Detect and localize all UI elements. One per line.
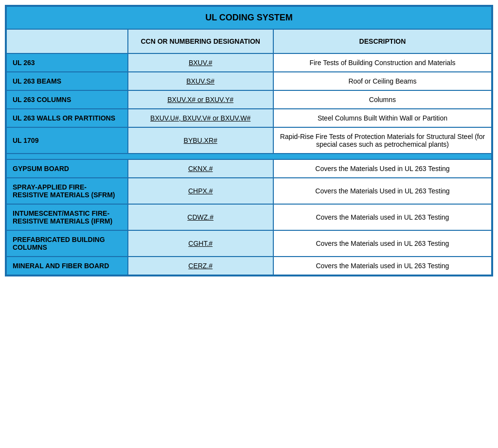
- ul-coding-table: UL CODING SYSTEM CCN OR NUMBERING DESIGN…: [6, 6, 492, 276]
- main-table-container: UL CODING SYSTEM CCN OR NUMBERING DESIGN…: [5, 5, 493, 276]
- row-label: UL 263 BEAMS: [6, 72, 128, 90]
- row-description: Columns: [273, 90, 492, 109]
- row-ccn: CDWZ.#: [128, 204, 273, 230]
- row-label: UL 1709: [6, 127, 128, 154]
- table-row: UL 263 BXUV.# Fire Tests of Building Con…: [6, 53, 492, 72]
- table-row: UL 1709 BYBU.XR# Rapid-Rise Fire Tests o…: [6, 127, 492, 154]
- row-ccn: BYBU.XR#: [128, 127, 273, 154]
- row-ccn: BXUV.X# or BXUV.Y#: [128, 90, 273, 109]
- row-ccn: BXUV.S#: [128, 72, 273, 90]
- row-label: SPRAY-APPLIED FIRE-RESISTIVE MATERIALS (…: [6, 178, 128, 204]
- table-row: UL 263 WALLS OR PARTITIONS BXUV.U#, BXUV…: [6, 109, 492, 127]
- table-row: MINERAL AND FIBER BOARD CERZ.# Covers th…: [6, 257, 492, 275]
- table-row: UL 263 COLUMNS BXUV.X# or BXUV.Y# Column…: [6, 90, 492, 109]
- col3-header: DESCRIPTION: [273, 29, 492, 53]
- row-description: Covers the Materials used in UL 263 Test…: [273, 230, 492, 257]
- row-label: UL 263 WALLS OR PARTITIONS: [6, 109, 128, 127]
- row-description: Fire Tests of Building Construction and …: [273, 53, 492, 72]
- table-row: SPRAY-APPLIED FIRE-RESISTIVE MATERIALS (…: [6, 178, 492, 204]
- row-ccn: CGHT.#: [128, 230, 273, 257]
- col1-header: [6, 29, 128, 53]
- row-description: Steel Columns Built Within Wall or Parti…: [273, 109, 492, 127]
- column-headers-row: CCN OR NUMBERING DESIGNATION DESCRIPTION: [6, 29, 492, 53]
- table-row: PREFABRICATED BUILDING COLUMNS CGHT.# Co…: [6, 230, 492, 257]
- row-description: Roof or Ceiling Beams: [273, 72, 492, 90]
- spacer-row: [6, 154, 492, 159]
- row-description: Covers the Materials used in UL 263 Test…: [273, 257, 492, 275]
- row-description: Rapid-Rise Fire Tests of Protection Mate…: [273, 127, 492, 154]
- row-ccn: CERZ.#: [128, 257, 273, 275]
- row-description: Covers the Materials used in UL 263 Test…: [273, 204, 492, 230]
- row-ccn: CKNX.#: [128, 159, 273, 178]
- table-row: UL 263 BEAMS BXUV.S# Roof or Ceiling Bea…: [6, 72, 492, 90]
- row-label: INTUMESCENT/MASTIC FIRE-RESISTIVE MATERI…: [6, 204, 128, 230]
- spacer-cell: [6, 154, 492, 159]
- col2-header: CCN OR NUMBERING DESIGNATION: [128, 29, 273, 53]
- title-row: UL CODING SYSTEM: [6, 6, 492, 29]
- table-row: GYPSUM BOARD CKNX.# Covers the Materials…: [6, 159, 492, 178]
- table-title: UL CODING SYSTEM: [6, 6, 492, 29]
- row-ccn: CHPX.#: [128, 178, 273, 204]
- row-ccn: BXUV.U#, BXUV.V# or BXUV.W#: [128, 109, 273, 127]
- row-label: UL 263 COLUMNS: [6, 90, 128, 109]
- row-description: Covers the Materials Used in UL 263 Test…: [273, 178, 492, 204]
- row-ccn: BXUV.#: [128, 53, 273, 72]
- row-label: GYPSUM BOARD: [6, 159, 128, 178]
- row-label: PREFABRICATED BUILDING COLUMNS: [6, 230, 128, 257]
- row-label: MINERAL AND FIBER BOARD: [6, 257, 128, 275]
- row-description: Covers the Materials Used in UL 263 Test…: [273, 159, 492, 178]
- table-row: INTUMESCENT/MASTIC FIRE-RESISTIVE MATERI…: [6, 204, 492, 230]
- row-label: UL 263: [6, 53, 128, 72]
